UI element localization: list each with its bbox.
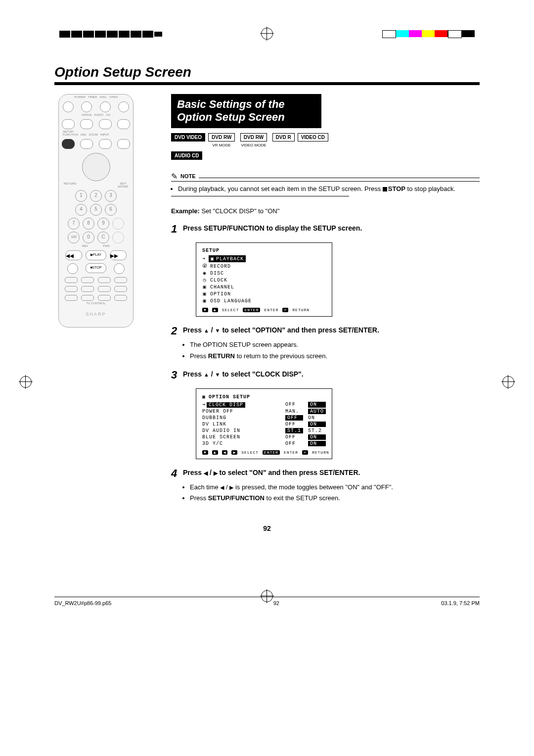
note-heading: ✎ NOTE [171,172,480,182]
footer-file: DV_RW2U#p86-99.p65 [54,600,111,606]
tag-dvd-rw-vr: DVD RW [208,133,235,142]
page-title: Option Setup Screen [54,64,480,80]
note-icon: ✎ [171,172,178,181]
tag-audio-cd: AUDIO CD [171,151,202,160]
note-label: NOTE [180,173,196,179]
page-sheet: Option Setup Screen POWER TIMER DISC OPE… [0,0,534,636]
tag-dvd-rw-video: DVD RW [240,133,267,142]
right-column: Basic Settings of the Option Setup Scree… [171,94,480,505]
step-3: 3 Press / to select "CLOCK DISP". [171,370,480,380]
title-rule [54,82,480,85]
section-heading: Basic Settings of the Option Setup Scree… [171,94,321,128]
osd-playback-row: ▣PLAYBACK [209,255,246,262]
tag-video-cd: VIDEO CD [298,133,328,142]
step-2-bullets: The OPTION SETUP screen appears. Press R… [183,340,480,360]
step-2: 2 Press / to select "OPTION" and then pr… [171,326,480,336]
registration-mark-left [20,376,32,388]
left-column: POWER TIMER DISC OPEN ANGLE AUDIO CH SET… [54,94,153,505]
footer: DV_RW2U#p86-99.p65 92 03.1.9, 7:52 PM [54,597,480,606]
tag-dvd-r: DVD R [272,133,295,142]
footer-page: 92 [273,600,279,606]
remote-brand: SHARP [59,312,133,317]
note-close-rule [171,196,349,196]
note-item: During playback, you cannot set each ite… [178,185,480,193]
remote-control-illustration: POWER TIMER DISC OPEN ANGLE AUDIO CH SET… [58,94,134,328]
stop-icon [383,187,387,191]
color-bar [382,30,475,38]
step-1: 1 Press SETUP/FUNCTION to display the SE… [171,224,480,235]
registration-mark-right [502,376,514,388]
registration-mark-bottom [261,590,273,602]
osd-option-setup: ▣OPTION SETUP ➔CLOCK DISPOFFONPOWER OFFM… [196,388,332,459]
note-list: During playback, you cannot set each ite… [171,185,480,193]
format-tags: DVD VIDEO DVD RWVR MODE DVD RWVIDEO MODE… [171,133,480,148]
density-ladder-left [59,31,163,38]
example-line: Example: Set "CLOCK DISP" to "ON" [171,207,480,215]
footer-date: 03.1.9, 7:52 PM [441,600,480,606]
registration-mark-top [261,28,273,40]
tag-dvd-video: DVD VIDEO [171,133,205,142]
step-4-bullets: Each time / is pressed, the mode toggles… [183,483,480,503]
page-number: 92 [54,524,480,532]
step-4: 4 Press / to select "ON" and then press … [171,468,480,479]
print-marks [0,30,534,39]
osd-setup-menu: SETUP ➔▣PLAYBACK ⦿RECORD ◉DISC ◷CLOCK ▣C… [196,242,332,317]
